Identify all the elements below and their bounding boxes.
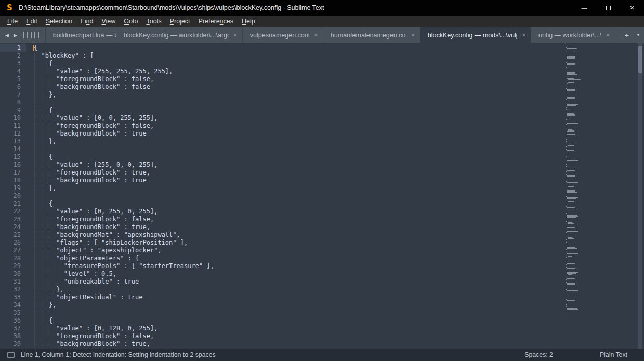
minimap-line <box>566 60 567 60</box>
maximize-button[interactable] <box>596 0 620 16</box>
menu-item-edit[interactable]: Edit <box>22 18 42 25</box>
minimize-icon: — <box>582 5 587 11</box>
menu-item-help[interactable]: Help <box>238 18 259 25</box>
minimap-line <box>567 182 579 183</box>
minimap-line <box>567 272 579 272</box>
code-line[interactable]: 37 "value" : [0, 128, 0, 255], <box>0 325 564 332</box>
code-line[interactable]: 21 { <box>0 200 564 208</box>
code-line[interactable]: 16 "value" : [255, 0, 0, 255], <box>0 161 564 169</box>
code-line[interactable]: 3 { <box>0 60 564 68</box>
indent-guide <box>34 223 35 231</box>
minimap[interactable] <box>564 43 637 349</box>
close-button[interactable]: ✕ <box>620 0 644 16</box>
code-text: "unbreakable" : true <box>34 278 139 286</box>
tab-close-icon[interactable]: ✕ <box>309 32 323 38</box>
code-line[interactable]: 11 "foregroundBlock" : false, <box>0 122 564 130</box>
code-line[interactable]: 29 "treasurePools" : [ "starterTreasure"… <box>0 262 564 270</box>
code-area[interactable]: 1{2 "blockKey" : [3 {4 "value" : [255, 2… <box>0 43 564 349</box>
scrollbar-track[interactable] <box>638 43 642 349</box>
minimap-line <box>566 86 567 86</box>
code-line[interactable]: 26 "flags" : [ "shipLockerPosition" ], <box>0 239 564 247</box>
menu-item-file[interactable]: File <box>3 18 22 25</box>
panel-toggle-icon[interactable] <box>7 352 15 358</box>
code-line[interactable]: 23 "foregroundBlock" : false, <box>0 216 564 223</box>
stacked-tabs-indicator[interactable] <box>23 27 39 43</box>
code-line[interactable]: 25 "backgroundMat" : "apexshipwall", <box>0 231 564 239</box>
menu-item-view[interactable]: View <box>97 18 120 25</box>
code-line[interactable]: 39 "backgroundBlock" : true, <box>0 340 564 348</box>
code-line[interactable]: 6 "backgroundBlock" : false <box>0 83 564 91</box>
tab-close-icon[interactable]: ✕ <box>601 32 615 38</box>
tab[interactable]: vulpesnamegen.config✕ <box>243 27 323 43</box>
minimap-line <box>566 196 567 197</box>
menu-item-preferences[interactable]: Preferences <box>194 18 238 25</box>
minimap-line <box>567 89 576 90</box>
code-line[interactable]: 14 <box>0 145 564 153</box>
code-line[interactable]: 7 }, <box>0 91 564 99</box>
code-line[interactable]: 8 <box>0 99 564 106</box>
syntax-status[interactable]: Plain Text <box>600 351 627 358</box>
code-line[interactable]: 13 }, <box>0 138 564 145</box>
code-line[interactable]: 32 }, <box>0 286 564 293</box>
minimap-line <box>566 297 567 297</box>
minimap-line <box>567 303 575 303</box>
new-tab-button[interactable]: + <box>621 27 633 43</box>
menu-item-find[interactable]: Find <box>76 18 97 25</box>
minimap-line <box>566 88 567 89</box>
tab-close-icon[interactable]: ✕ <box>517 32 531 38</box>
code-line[interactable]: 18 "backgroundBlock" : true <box>0 177 564 184</box>
code-line[interactable]: 35 <box>0 309 564 317</box>
code-line[interactable]: 33 "objectResidual" : true <box>0 293 564 301</box>
indentation-status[interactable]: Spaces: 2 <box>524 351 553 358</box>
code-line[interactable]: 27 "object" : "apexshiplocker", <box>0 247 564 255</box>
tab-forward-icon[interactable]: ▶ <box>14 33 17 38</box>
code-line[interactable]: 34 }, <box>0 301 564 309</box>
code-line[interactable]: 12 "backgroundBlock" : true <box>0 130 564 138</box>
code-line[interactable]: 30 "level" : 0.5, <box>0 270 564 278</box>
code-line[interactable]: 9 { <box>0 106 564 114</box>
minimap-line <box>565 101 566 101</box>
line-number: 33 <box>0 293 26 301</box>
tab-list-dropdown[interactable]: ▼ <box>633 27 644 43</box>
menu-item-goto[interactable]: Goto <box>120 18 142 25</box>
tab[interactable]: config — workfolder\...\viera✕ <box>531 27 615 43</box>
tab[interactable]: buildmechpart.lua — Unfra <box>45 27 116 43</box>
code-line[interactable]: 19 }, <box>0 184 564 192</box>
indent-guide <box>49 293 49 301</box>
tab-close-icon[interactable]: ✕ <box>229 32 242 38</box>
tab-active[interactable]: blockKey.config — mods\...\vulpes✕ <box>420 27 531 43</box>
minimap-line <box>567 152 575 152</box>
indent-guide <box>42 153 42 161</box>
code-line[interactable]: 22 "value" : [0, 255, 0, 255], <box>0 208 564 216</box>
indent-guide <box>49 130 49 138</box>
minimize-button[interactable]: — <box>572 0 596 16</box>
code-line[interactable]: 36 { <box>0 317 564 325</box>
menu-item-project[interactable]: Project <box>166 18 194 25</box>
code-line[interactable]: 1{ <box>0 44 564 52</box>
menu-item-selection[interactable]: Selection <box>42 18 76 25</box>
minimap-line <box>568 201 574 202</box>
code-line[interactable]: 38 "foregroundBlock" : false, <box>0 332 564 340</box>
menu-item-tools[interactable]: Tools <box>142 18 165 25</box>
tab-close-icon[interactable]: ✕ <box>406 32 420 38</box>
tab[interactable]: humanfemalenamegen.config✕ <box>323 27 420 43</box>
code-line[interactable]: 24 "backgroundBlock" : true, <box>0 223 564 231</box>
tab-nav: ◀ ▶ <box>0 27 20 43</box>
tab[interactable]: blockKey.config — workfolder\...\argonia… <box>116 27 243 43</box>
minimap-line <box>566 299 567 300</box>
code-line[interactable]: 10 "value" : [0, 0, 255, 255], <box>0 114 564 122</box>
statusbar: Line 1, Column 1; Detect Indentation: Se… <box>0 349 644 361</box>
scrollbar-thumb[interactable] <box>638 46 642 73</box>
code-line[interactable]: 28 "objectParameters" : { <box>0 255 564 262</box>
code-line[interactable]: 20 <box>0 192 564 200</box>
code-line[interactable]: 4 "value" : [255, 255, 255, 255], <box>0 68 564 75</box>
close-icon: ✕ <box>629 5 634 11</box>
code-line[interactable]: 15 { <box>0 153 564 161</box>
code-line[interactable]: 31 "unbreakable" : true <box>0 278 564 286</box>
code-line[interactable]: 5 "foregroundBlock" : false, <box>0 75 564 83</box>
code-line[interactable]: 2 "blockKey" : [ <box>0 52 564 60</box>
code-line[interactable]: 17 "foregroundBlock" : true, <box>0 169 564 177</box>
tab-back-icon[interactable]: ◀ <box>5 33 9 38</box>
code-text: "backgroundBlock" : true, <box>34 223 150 231</box>
minimap-line <box>567 227 575 228</box>
